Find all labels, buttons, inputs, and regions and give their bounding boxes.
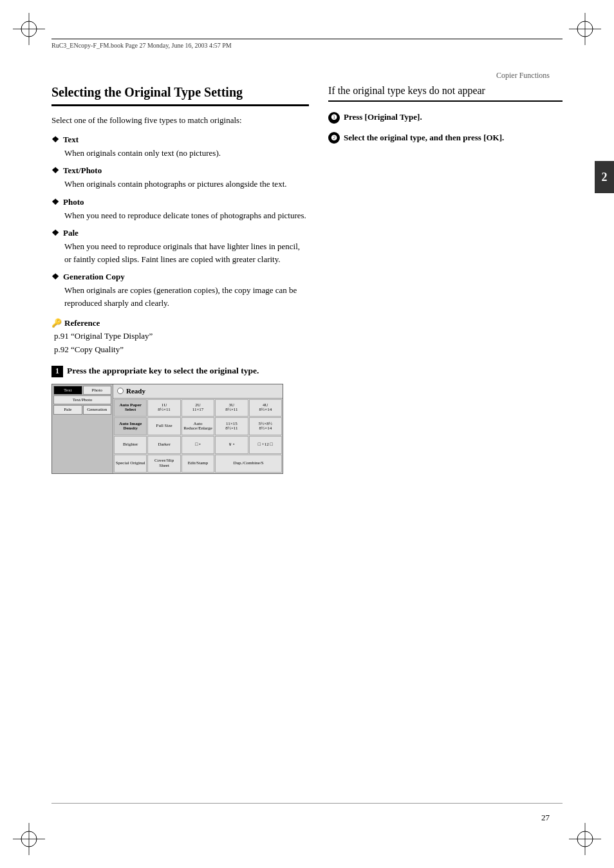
- right-step1: ❶ Press [Original Type].: [328, 111, 563, 124]
- bullet-item-photo: ❖ Photo When you need to reproduce delic…: [51, 197, 309, 222]
- left-column: Selecting the Original Type Setting Sele…: [51, 84, 309, 791]
- copier-icon-2: ∨ •: [215, 436, 248, 454]
- copier-cover-slip[interactable]: Cover/Slip Sheet: [147, 455, 180, 473]
- copier-left-panel: Text Photo Text/Photo Pale Generation: [52, 384, 113, 474]
- right-step2-number: ❷: [328, 132, 340, 144]
- copier-btn-text[interactable]: Text: [53, 386, 82, 395]
- reference-link-1: p.91 “Original Type Display”: [54, 330, 309, 343]
- chapter-number: 2: [602, 171, 608, 184]
- copier-auto-reduce[interactable]: Auto Reduce/Enlarge: [181, 417, 214, 435]
- corner-mark-tl: [13, 13, 45, 45]
- main-content: Selecting the Original Type Setting Sele…: [51, 84, 563, 791]
- right-step1-text: Press [Original Type].: [344, 111, 422, 124]
- right-step2-text: Select the original type, and then press…: [344, 131, 504, 144]
- copier-btn-brighter[interactable]: Brighter: [114, 436, 147, 454]
- chapter-tab: 2: [595, 161, 614, 193]
- copier-btn-darker[interactable]: Darker: [147, 436, 180, 454]
- status-circle-icon: [117, 388, 124, 394]
- item-text-body: When originals contain only text (no pic…: [64, 147, 309, 160]
- copier-btn-generation[interactable]: Generation: [83, 405, 112, 414]
- corner-mark-br: [569, 823, 601, 855]
- key-icon: 🔑: [51, 318, 62, 328]
- bullet-item-textphoto: ❖ Text/Photo When originals contain phot…: [51, 165, 309, 191]
- header-section: Copier Functions: [496, 71, 550, 80]
- item-gencopy-body: When originals are copies (generation co…: [64, 284, 309, 309]
- step1-number: 1: [51, 366, 63, 377]
- right-step1-number: ❶: [328, 112, 340, 124]
- corner-mark-tr: [569, 13, 601, 45]
- top-bar: RuC3_ENcopy-F_FM.book Page 27 Monday, Ju…: [51, 39, 563, 49]
- item-textphoto-body: When originals contain photographs or pi…: [64, 178, 309, 191]
- reference-label: Reference: [64, 318, 100, 328]
- copier-size-4u[interactable]: 4U8½×14: [249, 399, 282, 417]
- right-step2: ❷ Select the original type, and then pre…: [328, 131, 563, 144]
- copier-icon-3: □ +12 □: [249, 436, 282, 454]
- item-text-label: Text: [63, 135, 79, 145]
- item-pale-label: Pale: [63, 228, 79, 238]
- corner-mark-bl: [13, 823, 45, 855]
- copier-status-text: Ready: [126, 387, 145, 395]
- header-title: Copier Functions: [496, 71, 550, 80]
- reference-link-2: p.92 “Copy Quality”: [54, 343, 309, 357]
- diamond-icon: ❖: [51, 197, 59, 207]
- item-textphoto-label: Text/Photo: [63, 165, 102, 176]
- copier-btn-textphoto[interactable]: Text/Photo: [53, 395, 111, 404]
- item-photo-label: Photo: [63, 197, 84, 207]
- bottom-rule: [51, 803, 563, 804]
- copier-icon-1: □ •: [181, 436, 214, 454]
- copier-size-11x15[interactable]: 11×158½×11: [215, 417, 248, 435]
- diamond-icon: ❖: [51, 165, 59, 176]
- copier-auto-paper[interactable]: Auto Paper Select: [114, 399, 147, 417]
- copier-dup-combine[interactable]: Dup./Combine/S: [215, 455, 282, 473]
- copier-auto-density[interactable]: Auto Image Density: [114, 417, 147, 435]
- diamond-icon: ❖: [51, 135, 59, 145]
- bullet-item-gencopy: ❖ Generation Copy When originals are cop…: [51, 272, 309, 309]
- copier-ui-screenshot: Text Photo Text/Photo Pale Generation Re…: [51, 384, 283, 474]
- copier-size-2u[interactable]: 2U11×17: [181, 399, 214, 417]
- item-photo-body: When you need to reproduce delicate tone…: [64, 209, 309, 222]
- step1-text: Press the appropriate key to select the …: [67, 366, 259, 376]
- right-column: If the original type keys do not appear …: [328, 84, 563, 791]
- bullet-item-pale: ❖ Pale When you need to reproduce origin…: [51, 228, 309, 265]
- copier-size-3u[interactable]: 3U8½×11: [215, 399, 248, 417]
- copier-btn-pale[interactable]: Pale: [53, 405, 82, 414]
- diamond-icon: ❖: [51, 272, 59, 282]
- section-title: Selecting the Original Type Setting: [51, 84, 309, 106]
- bullet-item-text: ❖ Text When originals contain only text …: [51, 135, 309, 160]
- copier-status-bar: Ready: [113, 384, 283, 399]
- page-number: 27: [541, 813, 550, 823]
- step1-instruction: 1 Press the appropriate key to select th…: [51, 366, 309, 377]
- diamond-icon: ❖: [51, 228, 59, 238]
- item-gencopy-label: Generation Copy: [63, 272, 125, 282]
- copier-special-original[interactable]: Special Original: [114, 455, 147, 473]
- copier-edit-stamp[interactable]: Edit/Stamp: [181, 455, 214, 473]
- copier-full-size[interactable]: Full Size: [147, 417, 180, 435]
- right-section-title: If the original type keys do not appear: [328, 84, 563, 102]
- reference-section: 🔑 Reference p.91 “Original Type Display”…: [51, 318, 309, 357]
- file-info: RuC3_ENcopy-F_FM.book Page 27 Monday, Ju…: [51, 42, 232, 49]
- copier-size-5x8[interactable]: 5½×8½8½×14: [249, 417, 282, 435]
- copier-main-area: Auto Paper Select 1U8½×11 2U11×17 3U8½×1…: [113, 399, 283, 473]
- intro-text: Select one of the following five types t…: [51, 114, 309, 127]
- copier-size-1u[interactable]: 1U8½×11: [147, 399, 180, 417]
- item-pale-body: When you need to reproduce originals tha…: [64, 240, 309, 265]
- copier-btn-photo[interactable]: Photo: [83, 386, 112, 395]
